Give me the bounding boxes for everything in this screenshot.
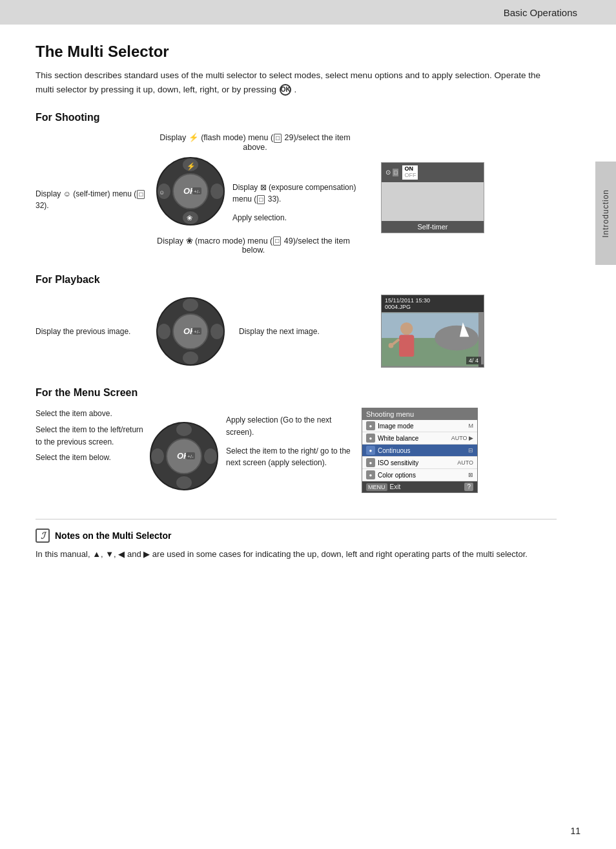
playback-section: For Playback Display the previous image. (36, 274, 557, 368)
svg-text:❀: ❀ (187, 214, 192, 222)
notes-icon: ℐ (36, 529, 50, 543)
svg-rect-26 (399, 335, 414, 357)
shooting-dial-wrap: OK +/- ⚡ ❀ ☺ (155, 156, 226, 227)
menu-row-label: Color options (378, 472, 466, 479)
shooting-screen-preview: ⊙ □ ON OFF Self-timer (381, 162, 484, 233)
svg-point-15 (158, 324, 170, 339)
svg-point-4 (210, 183, 223, 199)
menu-row-value: AUTO (457, 459, 473, 466)
svg-text:+/-: +/- (194, 189, 200, 194)
menu-row-value: AUTO ▶ (451, 435, 473, 441)
menu-screen-preview: Shooting menu ● Image mode M ● White bal… (362, 408, 478, 493)
shooting-section: For Shooting Display ⚡ (flash mode) menu… (36, 112, 557, 255)
menu-top-label: Select the item above. (36, 408, 149, 420)
menu-row-icon: ● (366, 470, 375, 479)
shooting-top-label: Display ⚡ (flash mode) menu (□ 29)/selec… (152, 132, 358, 152)
multi-selector-dial-playback: OK +/- (155, 296, 226, 367)
menu-right-annotations: Apply selection (Go to the next screen).… (220, 408, 355, 468)
page-title: The Multi Selector (36, 43, 557, 61)
menu-screen-title-bar: Shooting menu (362, 408, 477, 420)
menu-screen-title: For the Menu Screen (36, 387, 557, 399)
main-content: The Multi Selector This section describe… (0, 25, 595, 581)
menu-row-icon: ● (366, 458, 375, 467)
header-bar: Basic Operations (0, 0, 616, 25)
menu-dial-wrap: OK +/- (149, 421, 220, 492)
intro-text: This section describes standard uses of … (36, 68, 557, 96)
playback-lcd-screen: 15/11/2011 15:30 0004.JPG (381, 295, 484, 368)
shooting-right-exposure: Display ⊠ (exposure compensation) menu (… (232, 182, 362, 205)
notes-header: ℐ Notes on the Multi Selector (36, 529, 557, 543)
menu-row-label: White balance (378, 435, 449, 442)
notes-title: Notes on the Multi Selector (55, 530, 171, 541)
svg-point-31 (176, 476, 192, 489)
screen-top-bar: ⊙ □ ON OFF (382, 163, 484, 182)
pb-image-area: 4/ 4 (382, 312, 484, 367)
menu-row-icon: ● (366, 434, 375, 443)
on-off-indicator: ON OFF (402, 165, 418, 180)
menu-row-iso: ● ISO sensitivity AUTO (362, 457, 477, 469)
playback-right-label: Display the next image. (232, 326, 362, 338)
menu-row-label: ISO sensitivity (378, 459, 455, 466)
ok-button-icon: OK (280, 84, 291, 96)
menu-row-label: Image mode (378, 423, 466, 430)
shooting-title: For Shooting (36, 112, 557, 123)
side-tab-label: Introduction (601, 189, 610, 238)
menu-row-value: ⊠ (468, 472, 473, 478)
svg-point-28 (389, 343, 394, 348)
menu-row-icon: ● (366, 421, 375, 430)
menu-right-label2: Select the item to the right/ go to the … (226, 445, 355, 469)
svg-text:⚡: ⚡ (187, 162, 196, 171)
svg-point-23 (435, 326, 478, 351)
svg-point-16 (210, 324, 223, 339)
svg-point-13 (183, 299, 198, 311)
menu-left-annotations: Select the item above. Select the item t… (36, 408, 149, 463)
menu-footer: MENU Exit ? (362, 481, 477, 492)
header-title: Basic Operations (504, 7, 577, 18)
playback-screen-preview: 15/11/2011 15:30 0004.JPG (381, 295, 484, 368)
menu-right-label1: Apply selection (Go to the next screen). (226, 414, 355, 438)
pb-scene-svg (382, 312, 478, 367)
svg-point-33 (204, 448, 217, 464)
shooting-right-apply: Apply selection. (232, 212, 362, 224)
menu-row-color: ● Color options ⊠ (362, 469, 477, 481)
menu-row-white-balance: ● White balance AUTO ▶ (362, 432, 477, 445)
menu-row-continuous: ● Continuous ⊟ (362, 445, 477, 457)
page: Basic Operations Introduction The Multi … (0, 0, 616, 849)
pb-header: 15/11/2011 15:30 0004.JPG (382, 295, 484, 312)
screen-footer: Self-timer (382, 221, 484, 233)
menu-footer-icon: MENU (366, 483, 387, 491)
menu-row-value: ⊟ (468, 447, 473, 454)
menu-section: For the Menu Screen Select the item abov… (36, 387, 557, 493)
playback-dial-wrap: OK +/- (155, 296, 226, 367)
notes-section: ℐ Notes on the Multi Selector In this ma… (36, 519, 557, 561)
svg-point-30 (176, 423, 192, 436)
side-tab: Introduction (595, 162, 616, 265)
menu-footer-help: ? (464, 483, 473, 491)
svg-point-25 (400, 322, 413, 335)
page-number: 11 (570, 826, 580, 836)
menu-footer-exit: Exit (390, 483, 401, 490)
multi-selector-dial-shooting: OK +/- ⚡ ❀ ☺ (155, 156, 226, 227)
shooting-bottom-label: Display ❀ (macro mode) menu (□ 49)/selec… (149, 236, 358, 255)
menu-bottom-label: Select the item below. (36, 452, 149, 464)
menu-row-icon: ● (366, 446, 375, 455)
playback-left-label: Display the previous image. (36, 326, 149, 338)
shooting-lcd-screen: ⊙ □ ON OFF Self-timer (381, 162, 484, 233)
multi-selector-dial-menu: OK +/- (149, 421, 220, 492)
screen-body (382, 182, 484, 221)
menu-row-value: M (469, 423, 474, 429)
menu-left-label: Select the item to the left/return to th… (36, 424, 149, 448)
svg-text:☺: ☺ (159, 189, 165, 196)
svg-point-32 (151, 448, 164, 464)
pb-corner-indicator (478, 364, 484, 367)
menu-row-image-mode: ● Image mode M (362, 420, 477, 432)
svg-point-14 (183, 351, 198, 364)
svg-text:+/-: +/- (194, 329, 200, 335)
menu-lcd-screen: Shooting menu ● Image mode M ● White bal… (362, 408, 478, 493)
shooting-left-annotations: Display ☺ (self-timer) menu (□ 32). (36, 156, 149, 212)
shooting-right-annotations: Display ⊠ (exposure compensation) menu (… (232, 156, 362, 224)
svg-text:+/-: +/- (187, 454, 194, 459)
notes-text: In this manual, ▲, ▼, ◀ and ▶ are used i… (36, 548, 557, 561)
shooting-left-label: Display ☺ (self-timer) menu (□ 32). (36, 188, 149, 212)
playback-title: For Playback (36, 274, 557, 286)
